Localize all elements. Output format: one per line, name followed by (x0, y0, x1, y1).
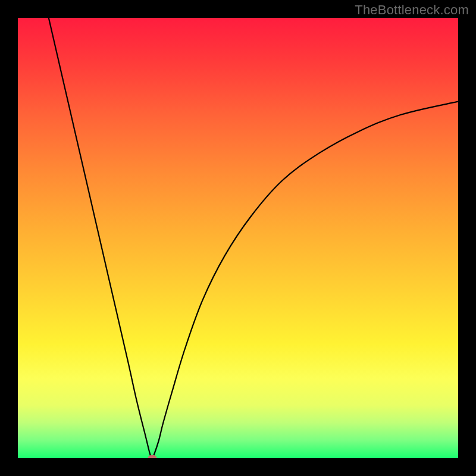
minimum-marker (148, 455, 156, 459)
bottleneck-curve (18, 18, 458, 458)
watermark-text: TheBottleneck.com (355, 2, 469, 18)
plot-area (18, 18, 458, 458)
curve-path (49, 18, 458, 458)
chart-frame: TheBottleneck.com (0, 0, 476, 476)
